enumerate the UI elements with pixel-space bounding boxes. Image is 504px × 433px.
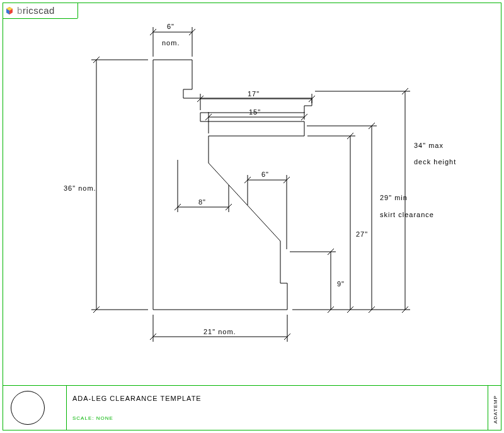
dim-h34-label: 34" max — [414, 142, 444, 149]
dim-w21: 21" nom. — [150, 315, 290, 342]
dim-d17-label: 17" — [248, 90, 260, 98]
dim-h34: 34" max deck height — [292, 88, 456, 313]
titleblock-symbol-circle — [11, 391, 45, 425]
titleblock-divider-2 — [488, 386, 488, 430]
dim-h27-label: 27" — [356, 230, 368, 238]
titleblock-divider-1 — [66, 386, 67, 430]
dim-d8-label: 8" — [198, 198, 206, 206]
drawing-frame: bbricscadricscad 6" nom. 36" nom. — [3, 3, 501, 430]
dim-h29: 29" min skirt clearance — [307, 123, 434, 313]
dim-w21-label: 21" nom. — [203, 328, 236, 335]
technical-drawing: 6" nom. 36" nom. 17" 15 — [3, 3, 501, 386]
dim-top-6: 6" nom. — [150, 23, 195, 57]
dim-h29-sub: skirt clearance — [380, 211, 434, 218]
dim-top-6-label: 6" — [167, 23, 175, 30]
dim-h9: 9" — [290, 249, 345, 313]
dim-h34-sub: deck height — [414, 158, 456, 166]
drawing-ref: ADATEMP — [493, 395, 498, 424]
dim-d8: 8" — [175, 160, 232, 212]
drawing-scale: SCALE: NONE — [72, 415, 113, 421]
dim-d6: 6" — [244, 171, 290, 249]
dim-d15-label: 15" — [249, 108, 261, 116]
profile-outline — [153, 60, 312, 310]
dim-d6-label: 6" — [261, 171, 269, 178]
dim-d17: 17" — [197, 90, 315, 110]
titleblock-top-rule — [3, 385, 501, 386]
dim-h9-label: 9" — [337, 280, 345, 288]
dim-h29-label: 29" min — [380, 194, 408, 201]
dim-h36-label: 36" nom. — [64, 184, 96, 192]
dim-top-6-sub: nom. — [162, 39, 180, 47]
drawing-title: ADA-LEG CLEARANCE TEMPLATE — [72, 395, 202, 402]
dim-h36: 36" nom. — [64, 57, 148, 313]
dim-d15: 15" — [205, 108, 307, 133]
